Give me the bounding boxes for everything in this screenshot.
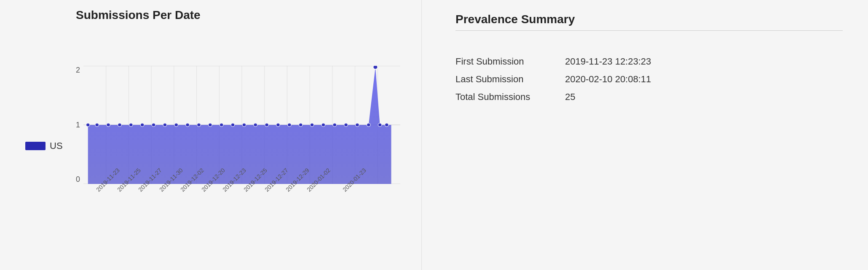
y-axis: 2 1 0 xyxy=(76,66,83,184)
summary-row-total: Total Submissions 25 xyxy=(455,92,843,103)
legend-label-us: US xyxy=(50,140,63,151)
svg-point-17 xyxy=(86,123,90,127)
svg-point-32 xyxy=(254,123,257,127)
svg-point-42 xyxy=(367,123,371,127)
svg-point-34 xyxy=(276,123,280,127)
summary-title: Prevalence Summary xyxy=(455,13,843,31)
chart-section: Submissions Per Date US 2 1 0 xyxy=(0,0,413,270)
svg-point-30 xyxy=(231,123,235,127)
svg-point-23 xyxy=(152,123,155,127)
chart-title: Submissions Per Date xyxy=(25,8,400,22)
legend-color-us xyxy=(25,142,46,150)
svg-point-43 xyxy=(373,66,378,69)
svg-point-40 xyxy=(344,123,348,127)
chart-legend: US xyxy=(25,140,67,151)
summary-table: First Submission 2019-11-23 12:23:23 Las… xyxy=(455,56,843,103)
y-label-2: 2 xyxy=(76,66,80,75)
summary-value-first: 2019-11-23 12:23:23 xyxy=(565,56,651,67)
svg-point-37 xyxy=(310,123,314,127)
summary-row-first: First Submission 2019-11-23 12:23:23 xyxy=(455,56,843,67)
summary-section: Prevalence Summary First Submission 2019… xyxy=(430,0,868,270)
svg-point-21 xyxy=(129,123,133,127)
svg-point-38 xyxy=(321,123,325,127)
summary-key-first: First Submission xyxy=(455,56,565,67)
svg-point-27 xyxy=(197,123,201,127)
summary-key-total: Total Submissions xyxy=(455,92,565,103)
chart-plot xyxy=(83,66,400,184)
svg-point-31 xyxy=(242,123,246,127)
y-label-0: 0 xyxy=(76,175,80,184)
svg-point-22 xyxy=(140,123,144,127)
main-container: Submissions Per Date US 2 1 0 xyxy=(0,0,868,270)
y-label-1: 1 xyxy=(76,121,80,130)
chart-wrapper: 2 1 0 xyxy=(76,66,400,226)
svg-point-35 xyxy=(288,123,292,127)
svg-point-33 xyxy=(265,123,269,127)
summary-value-total: 25 xyxy=(565,92,575,103)
legend-item-us: US xyxy=(25,140,63,151)
svg-point-28 xyxy=(209,123,212,127)
svg-point-44 xyxy=(378,123,382,127)
svg-point-25 xyxy=(174,123,178,127)
section-divider xyxy=(421,0,422,270)
svg-point-29 xyxy=(220,123,223,127)
svg-point-24 xyxy=(163,123,167,127)
chart-area: US 2 1 0 xyxy=(25,30,400,262)
svg-point-18 xyxy=(95,123,99,127)
summary-row-last: Last Submission 2020-02-10 20:08:11 xyxy=(455,74,843,85)
summary-value-last: 2020-02-10 20:08:11 xyxy=(565,74,651,85)
svg-point-20 xyxy=(118,123,122,127)
svg-point-26 xyxy=(186,123,190,127)
svg-point-45 xyxy=(385,123,388,127)
svg-point-36 xyxy=(299,123,303,127)
svg-point-41 xyxy=(356,123,359,127)
summary-key-last: Last Submission xyxy=(455,74,565,85)
svg-point-39 xyxy=(333,123,337,127)
svg-point-19 xyxy=(107,123,110,127)
x-axis: 2019-11-23 2019-11-25 2019-11-27 2019-11… xyxy=(93,184,400,222)
